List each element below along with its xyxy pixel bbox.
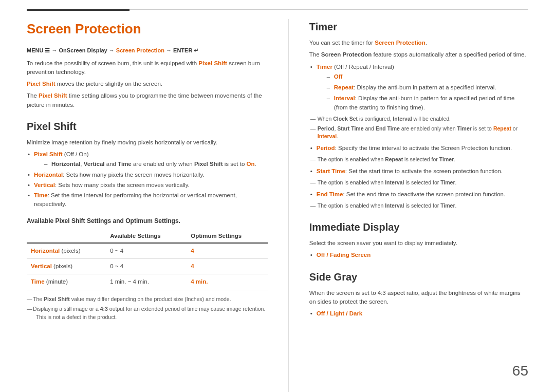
table-row-horizontal: Horizontal (pixels) 0 ~ 4 4 bbox=[27, 243, 268, 259]
col-header-optimum: Optimum Settings bbox=[187, 230, 268, 243]
timer-starttime-list: Start Time: Set the start time to activa… bbox=[309, 167, 528, 176]
note-period-start-end: Period, Start Time and End Time are enab… bbox=[318, 125, 528, 141]
col-header-available: Available Settings bbox=[106, 230, 187, 243]
row-available-time: 1 min. ~ 4 min. bbox=[106, 274, 187, 290]
timer-sub-list: Off Repeat: Display the anti-burn in pat… bbox=[317, 72, 528, 112]
timer-title: Timer bbox=[309, 19, 528, 34]
immediate-display-title: Immediate Display bbox=[309, 219, 528, 235]
immediate-display-section: Immediate Display Select the screen save… bbox=[309, 219, 528, 260]
page-title: Screen Protection bbox=[27, 19, 268, 39]
table-row-time: Time (minute) 1 min. ~ 4 min. 4 min. bbox=[27, 274, 268, 290]
sub-bullet-off: Off bbox=[327, 72, 528, 81]
side-gray-list: Off / Light / Dark bbox=[309, 309, 528, 318]
note-interval-endtime: The option is enabled when Interval is s… bbox=[318, 202, 528, 210]
top-bar-left-divider bbox=[27, 9, 130, 14]
intro-text-2: Pixel Shift moves the picture slightly o… bbox=[27, 80, 268, 88]
pixel-shift-desc: Minimize image retention by finely movin… bbox=[27, 138, 268, 147]
side-gray-desc: When the screen is set to 4:3 aspect rat… bbox=[309, 289, 528, 307]
timer-endtime-list: End Time: Set the end time to deactivate… bbox=[309, 190, 528, 199]
sub-bullet-interval: Interval: Display the anti-burn in patte… bbox=[327, 94, 528, 112]
table-row-vertical: Vertical (pixels) 0 ~ 4 4 bbox=[27, 259, 268, 274]
note-repeat-timer: The option is enabled when Repeat is sel… bbox=[318, 156, 528, 164]
bullet-pixel-shift-onoff: Pixel Shift (Off / On) Horizontal, Verti… bbox=[27, 150, 268, 169]
table-section: Available Pixel Shift Settings and Optim… bbox=[27, 216, 268, 290]
menu-path-screen-protection: Screen Protection bbox=[116, 47, 164, 53]
timer-desc-1: You can set the timer for Screen Protect… bbox=[309, 39, 528, 47]
immediate-display-list: Off / Fading Screen bbox=[309, 251, 528, 259]
bullet-time: Time: Set the time interval for performi… bbox=[27, 191, 268, 209]
menu-path: MENU ☰ → OnScreen Display → Screen Prote… bbox=[27, 46, 268, 55]
pixel-shift-bullet-list: Pixel Shift (Off / On) Horizontal, Verti… bbox=[27, 150, 268, 209]
row-optimum-horizontal: 4 bbox=[187, 243, 268, 259]
note-pixel-shift-size: The Pixel Shift value may differ dependi… bbox=[27, 295, 268, 304]
col-header-label bbox=[27, 230, 106, 243]
left-column: Screen Protection MENU ☰ → OnScreen Disp… bbox=[27, 19, 268, 392]
bullet-end-time: End Time: Set the end time to deactivate… bbox=[309, 190, 528, 199]
pixel-shift-title: Pixel Shift bbox=[27, 119, 268, 134]
note-interval-starttime: The option is enabled when Interval is s… bbox=[318, 179, 528, 187]
side-gray-section: Side Gray When the screen is set to 4:3 … bbox=[309, 269, 528, 319]
table-title: Available Pixel Shift Settings and Optim… bbox=[27, 216, 268, 226]
row-label-time: Time (minute) bbox=[27, 274, 106, 290]
pixel-shift-table: Available Settings Optimum Settings Hori… bbox=[27, 230, 268, 290]
row-optimum-vertical: 4 bbox=[187, 259, 268, 274]
timer-bullet-list: Timer (Off / Repeat / Interval) Off Repe… bbox=[309, 63, 528, 112]
timer-period-list: Period: Specify the time interval to act… bbox=[309, 144, 528, 153]
row-label-horizontal: Horizontal (pixels) bbox=[27, 243, 106, 259]
top-bar bbox=[0, 0, 555, 14]
timer-desc-2: The Screen Protection feature stops auto… bbox=[309, 50, 528, 59]
bullet-vertical: Vertical: Sets how many pixels the scree… bbox=[27, 181, 268, 190]
note-clock-set: When Clock Set is configured, Interval w… bbox=[318, 115, 528, 123]
row-optimum-time: 4 min. bbox=[187, 274, 268, 290]
row-available-vertical: 0 ~ 4 bbox=[106, 259, 187, 274]
bullet-off-fading: Off / Fading Screen bbox=[309, 251, 528, 259]
row-available-horizontal: 0 ~ 4 bbox=[106, 243, 187, 259]
side-gray-title: Side Gray bbox=[309, 269, 528, 285]
sub-bullet-repeat: Repeat: Display the anti-burn in pattern… bbox=[327, 83, 528, 92]
immediate-display-desc: Select the screen saver you want to disp… bbox=[309, 239, 528, 248]
bullet-period: Period: Specify the time interval to act… bbox=[309, 144, 528, 153]
note-image-retention: Displaying a still image or a 4:3 output… bbox=[27, 305, 268, 322]
page-number: 65 bbox=[512, 360, 528, 382]
right-column: Timer You can set the timer for Screen P… bbox=[288, 19, 528, 392]
bullet-start-time: Start Time: Set the start time to activa… bbox=[309, 167, 528, 176]
page: Screen Protection MENU ☰ → OnScreen Disp… bbox=[0, 0, 555, 392]
bullet-off-light-dark: Off / Light / Dark bbox=[309, 309, 528, 318]
row-label-vertical: Vertical (pixels) bbox=[27, 259, 106, 274]
bullet-timer-options: Timer (Off / Repeat / Interval) Off Repe… bbox=[309, 63, 528, 112]
main-content: Screen Protection MENU ☰ → OnScreen Disp… bbox=[0, 19, 555, 392]
intro-text-3: The Pixel Shift time setting allows you … bbox=[27, 91, 268, 109]
sub-bullet-horizontal-vertical: Horizontal, Vertical and Time are enable… bbox=[44, 160, 268, 169]
pixel-shift-sub-list: Horizontal, Vertical and Time are enable… bbox=[34, 160, 268, 169]
top-bar-right-divider bbox=[130, 9, 528, 13]
bullet-horizontal: Horizontal: Sets how many pixels the scr… bbox=[27, 171, 268, 179]
intro-text-1: To reduce the possibility of screen burn… bbox=[27, 59, 268, 77]
